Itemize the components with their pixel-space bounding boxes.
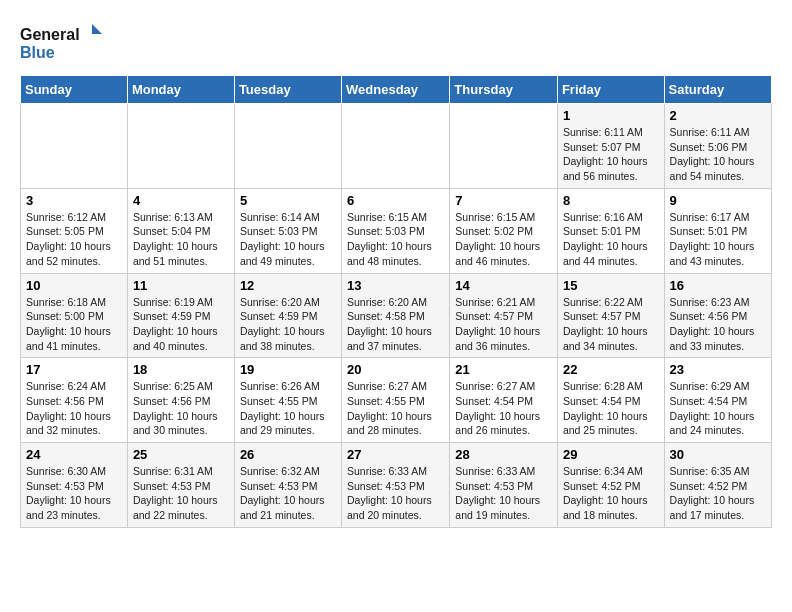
day-cell: 4Sunrise: 6:13 AM Sunset: 5:04 PM Daylig… xyxy=(127,188,234,273)
calendar-header: SundayMondayTuesdayWednesdayThursdayFrid… xyxy=(21,76,772,104)
day-number: 23 xyxy=(670,362,766,377)
day-number: 1 xyxy=(563,108,659,123)
calendar-body: 1Sunrise: 6:11 AM Sunset: 5:07 PM Daylig… xyxy=(21,104,772,528)
day-detail: Sunrise: 6:33 AM Sunset: 4:53 PM Dayligh… xyxy=(455,464,552,523)
day-number: 11 xyxy=(133,278,229,293)
day-detail: Sunrise: 6:19 AM Sunset: 4:59 PM Dayligh… xyxy=(133,295,229,354)
day-number: 16 xyxy=(670,278,766,293)
day-detail: Sunrise: 6:20 AM Sunset: 4:58 PM Dayligh… xyxy=(347,295,444,354)
day-detail: Sunrise: 6:27 AM Sunset: 4:55 PM Dayligh… xyxy=(347,379,444,438)
day-detail: Sunrise: 6:18 AM Sunset: 5:00 PM Dayligh… xyxy=(26,295,122,354)
day-cell: 14Sunrise: 6:21 AM Sunset: 4:57 PM Dayli… xyxy=(450,273,558,358)
header-cell-saturday: Saturday xyxy=(664,76,771,104)
day-detail: Sunrise: 6:14 AM Sunset: 5:03 PM Dayligh… xyxy=(240,210,336,269)
header-cell-friday: Friday xyxy=(557,76,664,104)
day-cell: 25Sunrise: 6:31 AM Sunset: 4:53 PM Dayli… xyxy=(127,443,234,528)
day-cell: 10Sunrise: 6:18 AM Sunset: 5:00 PM Dayli… xyxy=(21,273,128,358)
day-cell: 12Sunrise: 6:20 AM Sunset: 4:59 PM Dayli… xyxy=(234,273,341,358)
svg-text:Blue: Blue xyxy=(20,44,55,61)
day-detail: Sunrise: 6:20 AM Sunset: 4:59 PM Dayligh… xyxy=(240,295,336,354)
day-detail: Sunrise: 6:21 AM Sunset: 4:57 PM Dayligh… xyxy=(455,295,552,354)
day-detail: Sunrise: 6:22 AM Sunset: 4:57 PM Dayligh… xyxy=(563,295,659,354)
day-cell: 11Sunrise: 6:19 AM Sunset: 4:59 PM Dayli… xyxy=(127,273,234,358)
day-cell: 9Sunrise: 6:17 AM Sunset: 5:01 PM Daylig… xyxy=(664,188,771,273)
day-detail: Sunrise: 6:11 AM Sunset: 5:07 PM Dayligh… xyxy=(563,125,659,184)
day-detail: Sunrise: 6:33 AM Sunset: 4:53 PM Dayligh… xyxy=(347,464,444,523)
day-number: 24 xyxy=(26,447,122,462)
calendar-table: SundayMondayTuesdayWednesdayThursdayFrid… xyxy=(20,75,772,528)
day-number: 12 xyxy=(240,278,336,293)
day-number: 9 xyxy=(670,193,766,208)
day-number: 14 xyxy=(455,278,552,293)
day-detail: Sunrise: 6:29 AM Sunset: 4:54 PM Dayligh… xyxy=(670,379,766,438)
week-row-4: 17Sunrise: 6:24 AM Sunset: 4:56 PM Dayli… xyxy=(21,358,772,443)
svg-marker-3 xyxy=(98,22,106,30)
day-cell: 30Sunrise: 6:35 AM Sunset: 4:52 PM Dayli… xyxy=(664,443,771,528)
day-cell: 17Sunrise: 6:24 AM Sunset: 4:56 PM Dayli… xyxy=(21,358,128,443)
day-cell: 8Sunrise: 6:16 AM Sunset: 5:01 PM Daylig… xyxy=(557,188,664,273)
day-detail: Sunrise: 6:11 AM Sunset: 5:06 PM Dayligh… xyxy=(670,125,766,184)
day-number: 28 xyxy=(455,447,552,462)
day-cell: 7Sunrise: 6:15 AM Sunset: 5:02 PM Daylig… xyxy=(450,188,558,273)
header-row: SundayMondayTuesdayWednesdayThursdayFrid… xyxy=(21,76,772,104)
day-cell: 26Sunrise: 6:32 AM Sunset: 4:53 PM Dayli… xyxy=(234,443,341,528)
day-detail: Sunrise: 6:31 AM Sunset: 4:53 PM Dayligh… xyxy=(133,464,229,523)
day-detail: Sunrise: 6:16 AM Sunset: 5:01 PM Dayligh… xyxy=(563,210,659,269)
day-number: 4 xyxy=(133,193,229,208)
day-detail: Sunrise: 6:24 AM Sunset: 4:56 PM Dayligh… xyxy=(26,379,122,438)
day-detail: Sunrise: 6:32 AM Sunset: 4:53 PM Dayligh… xyxy=(240,464,336,523)
header-cell-sunday: Sunday xyxy=(21,76,128,104)
day-detail: Sunrise: 6:28 AM Sunset: 4:54 PM Dayligh… xyxy=(563,379,659,438)
day-cell: 3Sunrise: 6:12 AM Sunset: 5:05 PM Daylig… xyxy=(21,188,128,273)
day-cell: 15Sunrise: 6:22 AM Sunset: 4:57 PM Dayli… xyxy=(557,273,664,358)
day-cell: 21Sunrise: 6:27 AM Sunset: 4:54 PM Dayli… xyxy=(450,358,558,443)
day-number: 6 xyxy=(347,193,444,208)
day-detail: Sunrise: 6:34 AM Sunset: 4:52 PM Dayligh… xyxy=(563,464,659,523)
week-row-3: 10Sunrise: 6:18 AM Sunset: 5:00 PM Dayli… xyxy=(21,273,772,358)
header-cell-tuesday: Tuesday xyxy=(234,76,341,104)
day-cell xyxy=(127,104,234,189)
day-number: 27 xyxy=(347,447,444,462)
day-number: 2 xyxy=(670,108,766,123)
week-row-5: 24Sunrise: 6:30 AM Sunset: 4:53 PM Dayli… xyxy=(21,443,772,528)
day-cell: 22Sunrise: 6:28 AM Sunset: 4:54 PM Dayli… xyxy=(557,358,664,443)
day-cell xyxy=(21,104,128,189)
day-detail: Sunrise: 6:17 AM Sunset: 5:01 PM Dayligh… xyxy=(670,210,766,269)
day-number: 17 xyxy=(26,362,122,377)
header-cell-thursday: Thursday xyxy=(450,76,558,104)
day-cell xyxy=(450,104,558,189)
logo-icon: General Blue xyxy=(20,20,110,65)
day-detail: Sunrise: 6:15 AM Sunset: 5:03 PM Dayligh… xyxy=(347,210,444,269)
week-row-1: 1Sunrise: 6:11 AM Sunset: 5:07 PM Daylig… xyxy=(21,104,772,189)
week-row-2: 3Sunrise: 6:12 AM Sunset: 5:05 PM Daylig… xyxy=(21,188,772,273)
day-cell: 5Sunrise: 6:14 AM Sunset: 5:03 PM Daylig… xyxy=(234,188,341,273)
day-cell: 28Sunrise: 6:33 AM Sunset: 4:53 PM Dayli… xyxy=(450,443,558,528)
day-detail: Sunrise: 6:25 AM Sunset: 4:56 PM Dayligh… xyxy=(133,379,229,438)
day-cell: 16Sunrise: 6:23 AM Sunset: 4:56 PM Dayli… xyxy=(664,273,771,358)
day-cell: 20Sunrise: 6:27 AM Sunset: 4:55 PM Dayli… xyxy=(342,358,450,443)
day-cell: 18Sunrise: 6:25 AM Sunset: 4:56 PM Dayli… xyxy=(127,358,234,443)
day-detail: Sunrise: 6:15 AM Sunset: 5:02 PM Dayligh… xyxy=(455,210,552,269)
day-cell xyxy=(342,104,450,189)
day-number: 30 xyxy=(670,447,766,462)
day-number: 3 xyxy=(26,193,122,208)
logo: General Blue xyxy=(20,20,110,65)
day-number: 10 xyxy=(26,278,122,293)
day-number: 13 xyxy=(347,278,444,293)
day-cell: 19Sunrise: 6:26 AM Sunset: 4:55 PM Dayli… xyxy=(234,358,341,443)
day-detail: Sunrise: 6:26 AM Sunset: 4:55 PM Dayligh… xyxy=(240,379,336,438)
day-number: 22 xyxy=(563,362,659,377)
day-detail: Sunrise: 6:27 AM Sunset: 4:54 PM Dayligh… xyxy=(455,379,552,438)
day-cell xyxy=(234,104,341,189)
day-detail: Sunrise: 6:35 AM Sunset: 4:52 PM Dayligh… xyxy=(670,464,766,523)
day-number: 26 xyxy=(240,447,336,462)
header: General Blue xyxy=(20,20,772,65)
day-cell: 2Sunrise: 6:11 AM Sunset: 5:06 PM Daylig… xyxy=(664,104,771,189)
day-detail: Sunrise: 6:23 AM Sunset: 4:56 PM Dayligh… xyxy=(670,295,766,354)
day-cell: 6Sunrise: 6:15 AM Sunset: 5:03 PM Daylig… xyxy=(342,188,450,273)
day-cell: 13Sunrise: 6:20 AM Sunset: 4:58 PM Dayli… xyxy=(342,273,450,358)
day-number: 25 xyxy=(133,447,229,462)
day-number: 5 xyxy=(240,193,336,208)
day-number: 21 xyxy=(455,362,552,377)
day-detail: Sunrise: 6:13 AM Sunset: 5:04 PM Dayligh… xyxy=(133,210,229,269)
